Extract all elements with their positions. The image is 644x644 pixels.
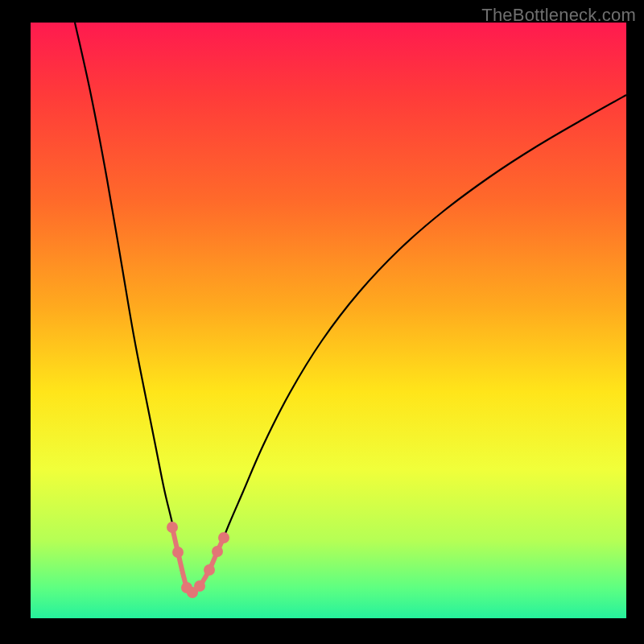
- watermark-text: TheBottleneck.com: [481, 5, 636, 26]
- chart-plot-area: [31, 23, 626, 618]
- marker-dot: [194, 580, 205, 592]
- marker-dot: [167, 522, 178, 533]
- chart-svg: [31, 23, 626, 618]
- chart-background: [31, 23, 626, 618]
- marker-dot: [212, 546, 223, 557]
- chart-container: TheBottleneck.com: [0, 0, 644, 644]
- marker-dot: [204, 564, 215, 576]
- marker-dot: [172, 547, 184, 558]
- marker-dot: [218, 532, 229, 543]
